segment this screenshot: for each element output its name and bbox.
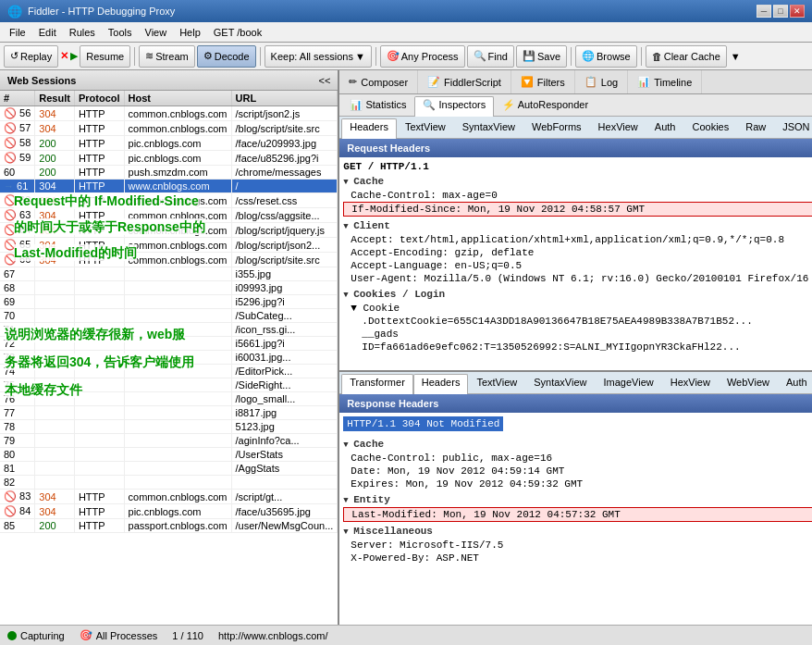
table-row[interactable]: 82 [0,476,35,490]
req-tab-cookies[interactable]: Cookies [683,118,737,138]
keep-sessions-dropdown[interactable]: Keep: All sessions ▼ [265,45,372,68]
request-tab-bar: Headers TextView SyntaxView WebForms Hex… [339,117,812,139]
table-cell-protocol [74,351,124,365]
col-host: Host [124,91,231,106]
table-row[interactable]: 77 [0,406,35,420]
table-row[interactable]: 🚫 58 [0,136,35,151]
req-tab-webforms[interactable]: WebForms [523,118,590,138]
cookies-group-title[interactable]: Cookies / Login [343,289,812,300]
table-row[interactable]: → 61 [0,180,35,193]
table-cell-protocol [74,476,124,490]
menu-help[interactable]: Help [174,25,206,40]
table-row[interactable]: 🚫 57 [0,121,35,136]
table-row[interactable]: 67 [0,267,35,281]
resp-tab-syntaxview[interactable]: SyntaxView [525,374,595,393]
table-row[interactable]: 79 [0,434,35,448]
toolbar-expand-icon[interactable]: ▼ [731,51,741,62]
stream-button[interactable]: ≋ Stream [139,45,194,68]
resume-button[interactable]: Resume [80,45,130,68]
table-row[interactable]: 73 [0,351,35,365]
req-tab-syntaxview[interactable]: SyntaxView [454,118,523,138]
response-entity-group: Entity Last-Modified: Mon, 19 Nov 2012 0… [343,494,812,522]
browse-icon: 🌐 [582,50,595,62]
table-row[interactable]: 🚫 59 [0,151,35,166]
table-row[interactable]: 🚫 64 [0,223,35,238]
find-button[interactable]: 🔍 Find [467,45,514,68]
table-row[interactable]: 75 [0,378,35,392]
table-row[interactable]: 80 [0,448,35,462]
table-row[interactable]: 85 [0,519,35,533]
table-row[interactable]: 🚫 65 [0,238,35,253]
table-row[interactable]: 60 [0,166,35,180]
menu-file[interactable]: File [4,25,31,40]
menu-rules[interactable]: Rules [64,25,101,40]
tab-filters[interactable]: 🔽 Filters [511,70,575,93]
table-row[interactable]: 🚫 66 [0,253,35,267]
req-tab-headers[interactable]: Headers [341,118,397,139]
decode-button[interactable]: ⚙ Decode [197,45,256,68]
collapse-sessions-button[interactable]: << [318,75,330,86]
table-row[interactable]: 68 [0,281,35,295]
all-processes-status[interactable]: 🎯 All Processes [80,629,158,641]
client-group-title[interactable]: Client [343,220,812,231]
table-row[interactable]: 70 [0,309,35,323]
req-tab-raw[interactable]: Raw [737,118,774,138]
table-row[interactable]: 🚫 62 [0,193,35,208]
table-row[interactable]: 🚫 84 [0,504,35,519]
table-row[interactable]: 71 [0,323,35,337]
table-row[interactable]: 81 [0,462,35,476]
table-row[interactable]: 76 [0,392,35,406]
req-tab-json[interactable]: JSON [774,118,812,138]
resp-tab-textview[interactable]: TextView [468,374,525,393]
table-cell-url: /aginInfo?ca... [231,434,338,448]
table-cell-url: i09993.jpg [231,281,338,295]
table-cell-url: i5661.jpg?i [231,337,338,351]
tab-statistics[interactable]: 📊 Statistics [341,96,414,116]
cache-group-title[interactable]: Cache [343,176,812,187]
resp-cache-group-title[interactable]: Cache [343,439,812,450]
tab-autoresponder[interactable]: ⚡ AutoResponder [494,96,597,116]
menu-view[interactable]: View [140,25,173,40]
resp-tab-imageview[interactable]: ImageView [596,374,662,393]
table-cell-url: / [231,180,338,193]
minimize-button[interactable]: ─ [757,5,771,18]
table-row[interactable]: 🚫 83 [0,490,35,504]
replay-button[interactable]: ↺ Replay [4,45,58,68]
req-tab-hexview[interactable]: HexView [590,118,646,138]
resp-tab-auth[interactable]: Auth [778,374,812,393]
browse-button[interactable]: 🌐 Browse [575,45,637,68]
tab-inspectors[interactable]: 🔍 Inspectors [414,96,494,117]
table-row[interactable]: 72 [0,337,35,351]
close-button[interactable]: ✕ [790,5,805,18]
save-button[interactable]: 💾 Save [516,45,567,68]
separator-3 [375,47,376,66]
resp-tab-transformer[interactable]: Transformer [341,374,413,394]
any-process-button[interactable]: 🎯 Any Process [380,45,465,68]
clear-cache-button[interactable]: 🗑 Clear Cache [646,45,727,68]
table-cell-protocol [74,295,124,309]
req-tab-textview[interactable]: TextView [397,118,454,138]
menu-tools[interactable]: Tools [103,25,138,40]
req-tab-auth[interactable]: Auth [646,118,684,138]
tab-fiddlerscript[interactable]: 📝 FiddlerScript [418,70,511,93]
menu-edit[interactable]: Edit [33,25,62,40]
misc-group-title[interactable]: Miscellaneous [343,526,812,537]
table-row[interactable]: 78 [0,420,35,434]
tab-log[interactable]: 📋 Log [575,70,628,93]
toolbar-x-icon: ✕ [60,50,68,62]
table-row[interactable]: 🚫 63 [0,208,35,223]
maximize-button[interactable]: □ [773,5,788,18]
table-cell-host [124,365,231,378]
menu-get-book[interactable]: GET /book [208,25,267,40]
entity-group-title[interactable]: Entity [343,494,812,505]
table-row[interactable]: 69 [0,295,35,309]
tab-composer[interactable]: ✏ Composer [339,70,418,93]
tab-timeline[interactable]: 📊 Timeline [628,70,702,93]
sessions-table[interactable]: # Result Protocol Host URL 🚫 56 304 HTTP… [0,91,338,625]
resp-tab-hexview[interactable]: HexView [662,374,719,393]
table-row[interactable]: 74 [0,365,35,378]
table-row[interactable]: 🚫 56 [0,106,35,121]
resp-tab-headers[interactable]: Headers [413,374,469,394]
resp-tab-webview[interactable]: WebView [719,374,778,393]
table-cell-host: common.cnblogs.com [124,208,231,223]
